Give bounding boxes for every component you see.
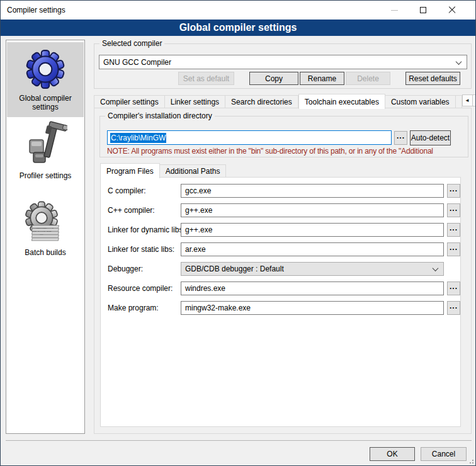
cancel-button[interactable]: Cancel	[421, 447, 467, 461]
resource-compiler-input[interactable]: windres.exe	[181, 281, 444, 295]
cpp-compiler-label: C++ compiler:	[108, 206, 155, 215]
form-row: Linker for dynamic libs: g++.exe ...	[101, 223, 460, 237]
cpp-compiler-browse-button[interactable]: ...	[447, 203, 460, 217]
compiler-settings-window: Compiler settings Global compiler settin…	[0, 0, 476, 466]
dynamic-linker-label: Linker for dynamic libs:	[108, 225, 185, 234]
make-program-input[interactable]: mingw32-make.exe	[181, 301, 444, 315]
delete-button[interactable]: Delete	[346, 72, 390, 85]
tab-toolchain-executables[interactable]: Toolchain executables	[298, 94, 385, 109]
form-row: Make program: mingw32-make.exe ...	[101, 301, 460, 315]
program-files-page: C compiler: gcc.exe ... C++ compiler: g+…	[100, 177, 461, 427]
debugger-select-value: GDB/CDB debugger : Default	[185, 264, 284, 273]
installation-directory-browse-button[interactable]: ...	[394, 131, 407, 145]
make-program-label: Make program:	[108, 304, 159, 312]
sidebar-item-batch-builds[interactable]: Batch builds	[7, 198, 84, 261]
form-row: C++ compiler: g++.exe ...	[101, 203, 460, 217]
tab-search-directories[interactable]: Search directories	[225, 95, 298, 108]
settings-tabstrip: Compiler settings Linker settings Search…	[94, 93, 472, 108]
page-title: Global compiler settings	[1, 20, 475, 36]
blue-gear-icon	[25, 48, 66, 90]
tab-scroll-right-button[interactable]: ►	[473, 94, 476, 106]
ellipsis-icon: ...	[450, 186, 458, 195]
ellipsis-icon: ...	[450, 225, 458, 234]
maximize-icon	[420, 7, 426, 13]
tab-build-options-truncated[interactable]: Builc	[456, 95, 462, 108]
ellipsis-icon: ...	[450, 206, 458, 215]
window-title: Compiler settings	[7, 1, 65, 20]
static-linker-label: Linker for static libs:	[108, 245, 174, 254]
debugger-select[interactable]: GDB/CDB debugger : Default	[181, 262, 444, 276]
c-compiler-browse-button[interactable]: ...	[447, 184, 460, 198]
toolchain-executables-page: Compiler's installation directory C:\ray…	[94, 108, 472, 434]
sidebar-item-label: Batch builds	[25, 248, 65, 257]
minimize-icon	[391, 10, 398, 11]
close-icon	[448, 6, 456, 14]
tab-additional-paths[interactable]: Additional Paths	[160, 164, 227, 178]
minimize-button[interactable]	[380, 1, 409, 20]
static-linker-input[interactable]: ar.exe	[181, 242, 444, 256]
c-compiler-label: C compiler:	[108, 186, 146, 195]
compiler-select-value: GNU GCC Compiler	[103, 58, 171, 67]
installation-directory-group: Compiler's installation directory C:\ray…	[99, 116, 468, 157]
installation-directory-selected-text: C:\raylib\MinGW	[110, 133, 166, 143]
sidebar-item-label: Global compiler settings	[7, 94, 84, 111]
dynamic-linker-input[interactable]: g++.exe	[181, 223, 444, 237]
dynamic-linker-browse-button[interactable]: ...	[447, 223, 460, 237]
rename-button[interactable]: Rename	[300, 72, 344, 85]
tab-custom-variables[interactable]: Custom variables	[385, 95, 456, 108]
chevron-down-icon	[456, 59, 462, 65]
titlebar: Compiler settings	[1, 1, 475, 20]
installation-directory-group-label: Compiler's installation directory	[105, 111, 215, 120]
copy-button[interactable]: Copy	[249, 72, 298, 85]
ellipsis-icon: ...	[397, 134, 405, 142]
arrow-left-icon: ◄	[465, 98, 470, 103]
tab-program-files[interactable]: Program Files	[100, 163, 160, 178]
debugger-label: Debugger:	[108, 264, 143, 273]
bin-subdirectory-note: NOTE: All programs must exist either in …	[107, 147, 466, 156]
resource-compiler-browse-button[interactable]: ...	[447, 281, 460, 295]
make-program-browse-button[interactable]: ...	[447, 301, 460, 315]
form-row: Debugger: GDB/CDB debugger : Default	[101, 262, 460, 276]
ellipsis-icon: ...	[450, 284, 458, 293]
tab-linker-settings[interactable]: Linker settings	[165, 95, 225, 108]
maximize-button[interactable]	[409, 1, 438, 20]
auto-detect-button[interactable]: Auto-detect	[410, 130, 451, 145]
ellipsis-icon: ...	[450, 304, 458, 312]
close-button[interactable]	[438, 1, 467, 20]
resource-compiler-label: Resource compiler:	[108, 284, 173, 293]
sidebar-item-profiler-settings[interactable]: Profiler settings	[7, 120, 84, 185]
footer-divider	[6, 440, 472, 441]
form-row: Resource compiler: windres.exe ...	[101, 281, 460, 295]
tab-scroll-arrows: ◄ ►	[462, 94, 476, 106]
cpp-compiler-input[interactable]: g++.exe	[181, 203, 444, 217]
tab-scroll-left-button[interactable]: ◄	[462, 94, 473, 106]
settings-category-sidebar: Global compiler settings Profiler	[6, 40, 85, 434]
sidebar-item-global-compiler-settings[interactable]: Global compiler settings	[7, 42, 84, 117]
selected-compiler-group: Selected compiler GNU GCC Compiler Set a…	[94, 43, 472, 89]
ellipsis-icon: ...	[450, 245, 458, 254]
compiler-select[interactable]: GNU GCC Compiler	[99, 55, 467, 69]
resize-grip-icon[interactable]	[467, 457, 473, 463]
set-as-default-button[interactable]: Set as default	[178, 72, 234, 85]
chevron-down-icon	[433, 265, 439, 271]
form-row: Linker for static libs: ar.exe ...	[101, 242, 460, 256]
static-linker-browse-button[interactable]: ...	[447, 242, 460, 256]
c-compiler-input[interactable]: gcc.exe	[181, 184, 444, 198]
gray-gear-stack-icon	[23, 200, 68, 244]
program-files-tabstrip: Program Files Additional Paths	[100, 163, 459, 178]
form-row: C compiler: gcc.exe ...	[101, 184, 460, 198]
tab-compiler-settings[interactable]: Compiler settings	[94, 95, 165, 108]
selected-compiler-group-label: Selected compiler	[99, 39, 164, 48]
installation-directory-input[interactable]: C:\raylib\MinGW	[107, 130, 392, 145]
caliper-profiler-icon	[23, 120, 67, 168]
sidebar-item-label: Profiler settings	[20, 171, 72, 180]
reset-defaults-button[interactable]: Reset defaults	[405, 72, 460, 85]
ok-button[interactable]: OK	[370, 447, 415, 461]
